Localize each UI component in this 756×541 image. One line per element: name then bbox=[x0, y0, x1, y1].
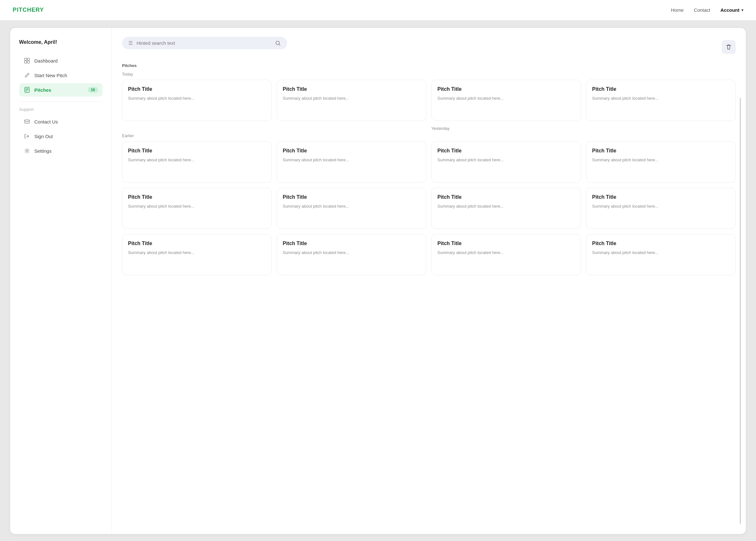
pitch-card-title: Pitch Title bbox=[283, 148, 420, 154]
pitch-card-title: Pitch Title bbox=[437, 241, 575, 247]
topnav: PITCHERY Home Contact Account ▾ bbox=[0, 0, 756, 20]
pitch-card-summary: Summary about pitch located here... bbox=[128, 250, 266, 256]
pitch-card-title: Pitch Title bbox=[128, 148, 266, 154]
main-content: ☰ Pitches Toda bbox=[112, 28, 746, 534]
earlier-pitch-grid-3: Pitch Title Summary about pitch located … bbox=[122, 234, 736, 275]
sign-out-label: Sign Out bbox=[34, 134, 53, 139]
pitch-card[interactable]: Pitch Title Summary about pitch located … bbox=[122, 188, 272, 229]
pitch-card-title: Pitch Title bbox=[437, 148, 575, 154]
nav-contact[interactable]: Contact bbox=[694, 7, 710, 13]
delete-button[interactable] bbox=[722, 40, 736, 54]
pitch-card[interactable]: Pitch Title Summary about pitch located … bbox=[122, 80, 272, 121]
logo: PITCHERY bbox=[13, 7, 44, 13]
support-section-label: Support bbox=[19, 107, 103, 112]
pitch-card-title: Pitch Title bbox=[128, 241, 266, 247]
pitch-card[interactable]: Pitch Title Summary about pitch located … bbox=[122, 141, 272, 183]
yesterday-label: Yesterday bbox=[431, 126, 581, 131]
pitches-icon bbox=[24, 86, 30, 93]
pitch-card-title: Pitch Title bbox=[592, 194, 730, 200]
scroll-indicator[interactable] bbox=[740, 98, 741, 524]
pitch-card[interactable]: Pitch Title Summary about pitch located … bbox=[277, 141, 426, 183]
trash-icon bbox=[726, 44, 732, 50]
pitch-card[interactable]: Pitch Title Summary about pitch located … bbox=[431, 141, 581, 183]
svg-rect-3 bbox=[27, 61, 30, 63]
settings-label: Settings bbox=[34, 148, 51, 154]
sidebar-welcome: Welcome, April! bbox=[19, 39, 103, 45]
pitch-card-title: Pitch Title bbox=[592, 148, 730, 154]
pitch-card-summary: Summary about pitch located here... bbox=[592, 203, 730, 210]
pitch-card[interactable]: Pitch Title Summary about pitch located … bbox=[586, 80, 736, 121]
pitch-card-title: Pitch Title bbox=[437, 194, 575, 200]
dashboard-icon bbox=[24, 57, 30, 64]
pitch-card-title: Pitch Title bbox=[128, 194, 266, 200]
pitch-card[interactable]: Pitch Title Summary about pitch located … bbox=[586, 234, 736, 275]
contact-us-label: Contact Us bbox=[34, 119, 58, 125]
sidebar-item-sign-out[interactable]: Sign Out bbox=[19, 130, 103, 143]
pitch-card-title: Pitch Title bbox=[128, 86, 266, 92]
earlier-label: Earlier bbox=[122, 133, 736, 138]
pitches-badge: 16 bbox=[88, 87, 98, 93]
svg-rect-0 bbox=[24, 58, 27, 60]
pitch-card-summary: Summary about pitch located here... bbox=[128, 95, 266, 102]
pitch-card-title: Pitch Title bbox=[437, 86, 575, 92]
svg-point-10 bbox=[26, 150, 28, 152]
svg-line-12 bbox=[279, 44, 280, 45]
pitch-card-summary: Summary about pitch located here... bbox=[283, 203, 420, 210]
mail-icon bbox=[24, 118, 30, 125]
pitch-card[interactable]: Pitch Title Summary about pitch located … bbox=[277, 80, 426, 121]
svg-rect-1 bbox=[27, 58, 30, 60]
svg-rect-2 bbox=[24, 61, 27, 63]
pitch-card-summary: Summary about pitch located here... bbox=[128, 203, 266, 210]
search-bar[interactable]: ☰ bbox=[122, 37, 287, 49]
sidebar-divider bbox=[19, 102, 103, 102]
main-card: Welcome, April! Dashboard bbox=[10, 28, 746, 534]
chevron-down-icon: ▾ bbox=[741, 8, 743, 12]
pitch-card[interactable]: Pitch Title Summary about pitch located … bbox=[586, 188, 736, 229]
search-icon bbox=[275, 40, 281, 46]
pitch-card[interactable]: Pitch Title Summary about pitch located … bbox=[277, 188, 426, 229]
svg-point-11 bbox=[276, 41, 280, 44]
sidebar: Welcome, April! Dashboard bbox=[10, 28, 112, 534]
pitch-card[interactable]: Pitch Title Summary about pitch located … bbox=[431, 80, 581, 121]
pitch-card-summary: Summary about pitch located here... bbox=[283, 95, 420, 102]
nav-home[interactable]: Home bbox=[671, 7, 684, 13]
sidebar-item-contact-us[interactable]: Contact Us bbox=[19, 115, 103, 128]
pitch-card-title: Pitch Title bbox=[592, 86, 730, 92]
edit-icon bbox=[24, 72, 30, 79]
dashboard-label: Dashboard bbox=[34, 58, 57, 64]
sign-out-icon bbox=[24, 133, 30, 140]
pitch-card-title: Pitch Title bbox=[592, 241, 730, 247]
today-label: Today bbox=[122, 72, 736, 77]
sidebar-item-settings[interactable]: Settings bbox=[19, 144, 103, 158]
pitch-card-summary: Summary about pitch located here... bbox=[437, 95, 575, 102]
pitch-card-summary: Summary about pitch located here... bbox=[283, 157, 420, 163]
pitch-card-summary: Summary about pitch located here... bbox=[128, 157, 266, 163]
sidebar-item-pitches[interactable]: Pitches 16 bbox=[19, 83, 103, 97]
sidebar-item-dashboard[interactable]: Dashboard bbox=[19, 54, 103, 67]
pitch-card[interactable]: Pitch Title Summary about pitch located … bbox=[431, 188, 581, 229]
svg-rect-8 bbox=[25, 120, 30, 124]
pitch-card[interactable]: Pitch Title Summary about pitch located … bbox=[277, 234, 426, 275]
pitch-card-title: Pitch Title bbox=[283, 241, 420, 247]
pitches-label: Pitches bbox=[34, 87, 51, 93]
nav-links: Home Contact Account ▾ bbox=[671, 7, 743, 13]
pitch-card-summary: Summary about pitch located here... bbox=[437, 157, 575, 163]
pitch-card[interactable]: Pitch Title Summary about pitch located … bbox=[586, 141, 736, 183]
search-input[interactable] bbox=[137, 40, 271, 46]
pitch-card[interactable]: Pitch Title Summary about pitch located … bbox=[431, 234, 581, 275]
pitch-card-summary: Summary about pitch located here... bbox=[283, 250, 420, 256]
pitch-card-summary: Summary about pitch located here... bbox=[592, 157, 730, 163]
today-pitch-grid: Pitch Title Summary about pitch located … bbox=[122, 80, 736, 121]
nav-account[interactable]: Account ▾ bbox=[720, 7, 743, 13]
pitch-card-title: Pitch Title bbox=[283, 86, 420, 92]
pitch-card-title: Pitch Title bbox=[283, 194, 420, 200]
pitches-section-header: Pitches bbox=[122, 63, 736, 68]
pitch-card[interactable]: Pitch Title Summary about pitch located … bbox=[122, 234, 272, 275]
start-new-pitch-label: Start New Pitch bbox=[34, 73, 67, 78]
pitch-card-summary: Summary about pitch located here... bbox=[437, 203, 575, 210]
menu-icon[interactable]: ☰ bbox=[128, 40, 133, 46]
pitch-card-summary: Summary about pitch located here... bbox=[592, 250, 730, 256]
earlier-pitch-grid-1: Pitch Title Summary about pitch located … bbox=[122, 141, 736, 183]
page-wrapper: Welcome, April! Dashboard bbox=[0, 20, 756, 541]
sidebar-item-start-new-pitch[interactable]: Start New Pitch bbox=[19, 69, 103, 82]
